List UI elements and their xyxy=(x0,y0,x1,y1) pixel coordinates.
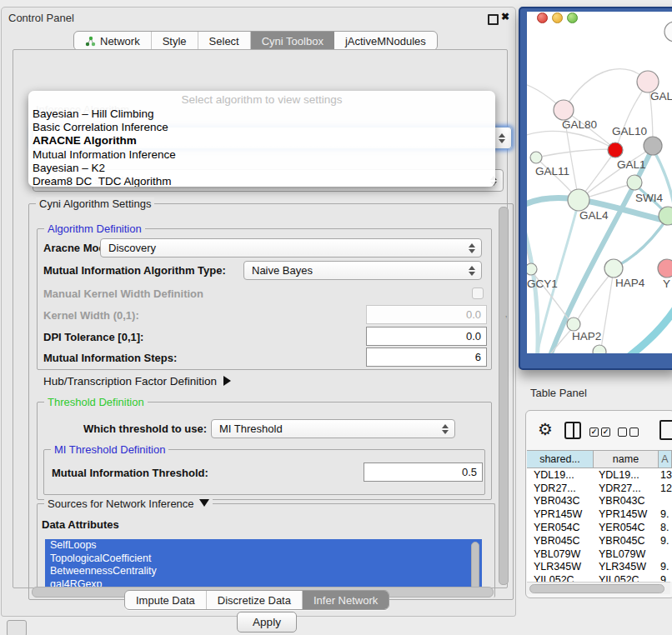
column-header-shared-name[interactable]: shared... xyxy=(527,450,594,468)
select-all-checkbox-icon[interactable]: ✓ xyxy=(589,428,599,437)
combo-spinner-icon xyxy=(469,266,475,276)
table-row[interactable]: YDR27...YDR27...12 xyxy=(527,482,672,495)
dropdown-item[interactable]: ARACNE Algorithm xyxy=(28,134,495,148)
network-node[interactable] xyxy=(664,22,672,42)
window-close-traffic-icon[interactable] xyxy=(537,12,548,23)
network-node[interactable] xyxy=(568,189,589,211)
kernel-width-field[interactable]: 0.0 xyxy=(366,305,487,324)
column-header-clipped[interactable]: A xyxy=(659,450,672,468)
hub-definition-toggle[interactable]: Hub/Transcription Factor Definition xyxy=(43,375,231,388)
window-zoom-traffic-icon[interactable] xyxy=(567,12,578,23)
window-minimize-traffic-icon[interactable] xyxy=(552,12,563,23)
table-cell: 8. xyxy=(659,522,672,533)
table-cell: 9. xyxy=(659,535,672,547)
which-threshold-combo[interactable]: MI Threshold xyxy=(211,419,455,438)
table-horizontal-scrollbar[interactable] xyxy=(529,584,664,593)
table-cell: YBR043C xyxy=(594,495,659,507)
table-row[interactable]: YER054CYER054C8. xyxy=(527,521,672,534)
column-header-name[interactable]: name xyxy=(594,450,659,468)
tab-impute-data[interactable]: Impute Data xyxy=(125,591,207,609)
group-title: Threshold Definition xyxy=(44,396,148,408)
select-all-checkbox-icon[interactable]: ✓ xyxy=(601,428,610,437)
collapse-down-icon xyxy=(199,499,209,507)
dropdown-item[interactable]: Dream8 DC_TDC Algorithm xyxy=(28,175,495,187)
network-edge[interactable] xyxy=(601,270,614,348)
algorithm-dropdown-list: Bayesian – Hill ClimbingBasic Correlatio… xyxy=(28,108,495,187)
tab-select[interactable]: Select xyxy=(198,32,251,50)
mi-steps-field[interactable]: 6 xyxy=(366,348,487,367)
table-cell: 13 xyxy=(659,469,672,481)
table-panel-title: Table Panel xyxy=(530,387,587,399)
network-node[interactable] xyxy=(644,137,662,155)
deselect-all-checkbox-icon[interactable] xyxy=(618,428,627,437)
table-cell: YBL079W xyxy=(527,548,594,560)
group-title: Cyni Algorithm Settings xyxy=(36,198,154,210)
mi-threshold-field[interactable]: 0.5 xyxy=(364,462,483,482)
sources-group-title[interactable]: Sources for Network Inference xyxy=(44,498,213,510)
network-edge[interactable] xyxy=(577,270,614,321)
table-horizontal-scrollbar-track[interactable] xyxy=(527,582,670,594)
attribute-list-item[interactable]: BetweennessCentrality xyxy=(45,565,482,578)
attribute-list-item[interactable]: TopologicalCoefficient xyxy=(45,552,482,566)
manual-kernel-checkbox[interactable] xyxy=(472,288,484,299)
corner-button[interactable] xyxy=(7,620,27,635)
dropdown-item[interactable]: Mutual Information Inference xyxy=(28,148,495,162)
network-node[interactable] xyxy=(527,263,537,275)
float-window-icon[interactable] xyxy=(488,14,499,25)
network-edge[interactable] xyxy=(614,305,672,353)
apply-button[interactable]: Apply xyxy=(237,612,297,632)
tab-style[interactable]: Style xyxy=(152,32,198,50)
table-row[interactable]: YBL079WYBL079W xyxy=(527,548,672,561)
kernel-width-label: Kernel Width (0,1): xyxy=(43,309,139,322)
network-node[interactable] xyxy=(659,207,672,225)
table-row[interactable]: YBR043CYBR043C xyxy=(527,495,672,508)
network-node[interactable] xyxy=(608,142,623,158)
network-node[interactable] xyxy=(593,345,606,353)
columns-icon[interactable] xyxy=(564,422,581,439)
table-cell: YIL052C xyxy=(594,574,659,582)
window-title: Control Panel xyxy=(8,12,74,24)
table-row[interactable]: YIL052CYIL052C9 xyxy=(527,573,672,582)
network-node[interactable] xyxy=(604,259,623,278)
settings-vertical-scrollbar[interactable] xyxy=(499,207,509,585)
mi-steps-label: Mutual Information Steps: xyxy=(43,352,177,364)
data-attributes-list[interactable]: SelfLoopsTopologicalCoefficientBetweenne… xyxy=(45,539,482,592)
control-panel-window: Control Panel ✖ Network Style Select Cyn… xyxy=(1,7,516,617)
table-row[interactable]: YLR345WYLR345W9. xyxy=(527,561,672,574)
mi-algorithm-type-combo[interactable]: Naive Bayes xyxy=(243,261,482,280)
table-row[interactable]: YDL19...YDL19...13 xyxy=(527,468,672,482)
data-attributes-label: Data Attributes xyxy=(42,518,119,531)
network-node[interactable] xyxy=(554,100,574,120)
network-edge[interactable] xyxy=(616,218,668,267)
tab-jactivemnodules[interactable]: jActiveMNodules xyxy=(334,32,437,50)
combo-spinner-icon xyxy=(499,133,505,143)
gear-icon[interactable]: ⚙ xyxy=(538,421,553,438)
export-table-icon[interactable] xyxy=(659,420,672,440)
dropdown-item[interactable]: Bayesian – Hill Climbing xyxy=(28,108,495,121)
tab-network[interactable]: Network xyxy=(74,32,152,50)
network-node[interactable] xyxy=(658,259,672,278)
table-cell: YIL052C xyxy=(527,574,594,582)
table-row[interactable]: YBR045CYBR045C9. xyxy=(527,534,672,548)
network-canvas-area: GALGAL80GAL10GAL11GAL1SWI4GAL4GCY1HAP4YH… xyxy=(527,12,672,353)
dropdown-item[interactable]: Basic Correlation Inference xyxy=(28,121,495,134)
table-row[interactable]: YPR145WYPR145W9. xyxy=(527,508,672,521)
aracne-mode-combo[interactable]: Discovery xyxy=(100,238,482,258)
tab-cyni-toolbox[interactable]: Cyni Toolbox xyxy=(251,32,334,50)
dropdown-item[interactable]: Bayesian – K2 xyxy=(28,162,495,175)
tab-discretize-data[interactable]: Discretize Data xyxy=(207,591,303,609)
tab-infer-network[interactable]: Infer Network xyxy=(303,591,389,609)
close-icon[interactable]: ✖ xyxy=(501,11,509,22)
deselect-all-checkbox-icon[interactable] xyxy=(629,428,639,437)
dpi-tolerance-field[interactable]: 0.0 xyxy=(366,327,487,346)
attribute-list-scrollbar[interactable] xyxy=(471,542,479,590)
network-node[interactable] xyxy=(627,175,642,190)
attribute-list-item[interactable]: SelfLoops xyxy=(45,539,482,552)
network-edge[interactable] xyxy=(536,149,610,158)
network-node[interactable] xyxy=(567,318,580,331)
network-canvas[interactable]: GALGAL80GAL10GAL11GAL1SWI4GAL4GCY1HAP4YH… xyxy=(527,12,672,353)
panel-splitter-handle[interactable]: ‚ xyxy=(505,309,509,315)
network-node[interactable] xyxy=(530,152,542,163)
table-body: YDL19...YDL19...13YDR27...YDR27...12YBR0… xyxy=(527,468,672,582)
node-label: GAL11 xyxy=(535,165,569,178)
